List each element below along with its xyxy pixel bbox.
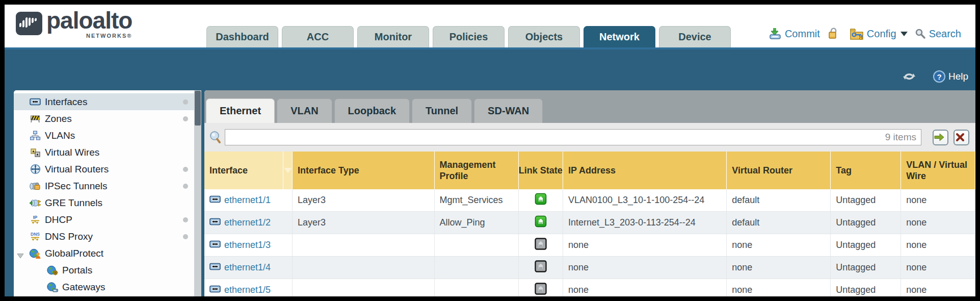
config-button[interactable]: Config: [867, 28, 896, 40]
sidebar-item-virtual-routers[interactable]: Virtual Routers: [14, 161, 194, 178]
ipsec-tunnel-icon: [29, 182, 41, 191]
gre-tunnel-icon: [29, 198, 41, 208]
subtab-loopback[interactable]: Loopback: [334, 98, 410, 123]
cell-ip-address: Internet_L3_203-0-113-254--24: [563, 212, 727, 234]
sidebar-item-dhcp[interactable]: IPDHCP: [14, 211, 194, 228]
cell-interface-type: Layer3: [293, 212, 435, 234]
search-button[interactable]: Search: [929, 28, 961, 40]
subtab-ethernet[interactable]: Ethernet: [206, 98, 275, 123]
cell-vlan-virtual-wire: none: [901, 189, 975, 211]
sidebar-item-vlans[interactable]: VLANs: [14, 127, 194, 144]
sidebar-item-label: Interfaces: [45, 96, 87, 108]
sidebar-item-ipsec-tunnels[interactable]: IPSec Tunnels: [14, 178, 194, 194]
sidebar-item-dns-proxy[interactable]: DNSDNS Proxy: [14, 228, 194, 245]
cell-tag: Untagged: [831, 234, 901, 256]
column-header-interface-type[interactable]: Interface Type: [293, 152, 435, 189]
cell-management-profile: Mgmt_Services: [435, 189, 519, 211]
tab-network[interactable]: Network: [584, 26, 655, 47]
sort-dropdown-button[interactable]: [283, 152, 292, 189]
sidebar-item-zones[interactable]: Zones: [14, 110, 194, 127]
interface-link[interactable]: ethernet1/5: [224, 285, 271, 295]
sidebar-item-label: GRE Tunnels: [45, 197, 102, 209]
tab-policies[interactable]: Policies: [433, 26, 505, 47]
cell-virtual-router: none: [727, 234, 831, 256]
column-header-management-profile[interactable]: Management Profile: [435, 152, 519, 189]
column-header-interface[interactable]: Interface: [204, 152, 283, 189]
subtab-tunnel[interactable]: Tunnel: [412, 98, 472, 123]
table-row[interactable]: ethernet1/5nonenoneUntaggednone: [204, 279, 975, 296]
cell-tag: Untagged: [831, 257, 901, 279]
main-nav-tabs: DashboardACCMonitorPoliciesObjectsNetwor…: [206, 26, 734, 47]
tab-device[interactable]: Device: [659, 26, 731, 47]
help-label[interactable]: Help: [948, 71, 968, 82]
subtab-vlan[interactable]: VLAN: [277, 98, 332, 123]
dns-proxy-icon: DNS: [29, 232, 41, 242]
table-row[interactable]: ethernet1/4nonenoneUntaggednone: [204, 257, 975, 279]
sidebar-item-partial[interactable]: [14, 295, 194, 296]
interface-link[interactable]: ethernet1/2: [224, 217, 271, 228]
soundwave-logo-icon: [16, 12, 42, 35]
sidebar-item-portals[interactable]: Portals: [14, 262, 194, 279]
sidebar-item-gateways[interactable]: Gateways: [14, 279, 194, 295]
help-icon[interactable]: ?: [933, 70, 946, 83]
teal-band: ? Help: [5, 47, 975, 96]
link-up-icon: [535, 193, 547, 208]
filter-magnifier-icon: [208, 130, 222, 144]
table-row[interactable]: ethernet1/1Layer3Mgmt_ServicesVLAN0100_L…: [204, 189, 975, 212]
cell-interface: ethernet1/4: [204, 257, 293, 279]
column-header-link-state[interactable]: Link State: [519, 152, 563, 189]
sidebar-item-label: Zones: [45, 113, 72, 124]
interface-link[interactable]: ethernet1/3: [224, 240, 271, 250]
cell-vlan-virtual-wire: none: [901, 212, 975, 234]
item-dot: [183, 184, 188, 189]
interface-link[interactable]: ethernet1/4: [224, 262, 271, 273]
cell-tag: Untagged: [831, 212, 901, 234]
commit-button[interactable]: Commit: [785, 28, 820, 40]
green-arrow-icon: [934, 133, 944, 141]
refresh-icon[interactable]: [902, 70, 917, 83]
item-dot: [183, 99, 188, 105]
clear-filter-button[interactable]: [953, 130, 969, 145]
items-count: 9 items: [885, 132, 916, 143]
column-header-vlan-virtual-wire[interactable]: VLAN / Virtual Wire: [901, 152, 975, 189]
cell-interface: ethernet1/5: [204, 279, 293, 296]
table-row[interactable]: ethernet1/3nonenoneUntaggednone: [204, 234, 975, 257]
tab-acc[interactable]: ACC: [282, 26, 354, 47]
cell-interface: ethernet1/1: [204, 189, 293, 211]
column-header-virtual-router[interactable]: Virtual Router: [727, 152, 831, 189]
tab-dashboard[interactable]: Dashboard: [206, 26, 278, 47]
table-row[interactable]: ethernet1/2Layer3Allow_PingInternet_L3_2…: [204, 212, 975, 234]
apply-filter-button[interactable]: [933, 130, 948, 145]
expander-down-icon[interactable]: [17, 250, 24, 262]
tab-monitor[interactable]: Monitor: [357, 26, 429, 47]
lock-icon[interactable]: [827, 27, 839, 40]
cell-link-state: [519, 257, 563, 279]
interfaces-table: InterfaceInterface TypeManagement Profil…: [204, 152, 975, 296]
cell-virtual-router: none: [727, 257, 831, 279]
cell-interface: ethernet1/3: [204, 234, 293, 256]
subtab-sd-wan[interactable]: SD-WAN: [474, 98, 543, 123]
sidebar-item-globalprotect[interactable]: GlobalProtect: [14, 245, 194, 262]
sidebar-scrollbar-thumb[interactable]: [195, 91, 201, 126]
caret-down-icon[interactable]: [900, 32, 908, 36]
interface-link[interactable]: ethernet1/1: [224, 195, 271, 206]
sidebar-item-label: VLANs: [45, 130, 75, 141]
sidebar-item-gre-tunnels[interactable]: GRE Tunnels: [14, 194, 194, 211]
column-header-ip-address[interactable]: IP Address: [563, 152, 727, 189]
cell-vlan-virtual-wire: none: [901, 234, 975, 256]
sort-triangle-icon: [284, 168, 292, 173]
sidebar-item-interfaces[interactable]: Interfaces: [14, 93, 194, 110]
filter-input[interactable]: [225, 129, 921, 145]
paloalto-logo: paloalto NETWORKS®: [16, 9, 132, 39]
commit-icon: [769, 28, 782, 40]
brand-sub: NETWORKS®: [46, 33, 132, 39]
brand-name: paloalto: [46, 9, 132, 32]
cell-interface: ethernet1/2: [204, 212, 293, 234]
sidebar-item-virtual-wires[interactable]: Virtual Wires: [14, 144, 194, 161]
cell-interface-type: [293, 279, 435, 296]
cell-ip-address: none: [563, 257, 727, 279]
column-header-tag[interactable]: Tag: [831, 152, 901, 189]
sidebar-scrollbar[interactable]: [194, 90, 201, 296]
tab-objects[interactable]: Objects: [508, 26, 580, 47]
cell-management-profile: Allow_Ping: [435, 212, 519, 234]
